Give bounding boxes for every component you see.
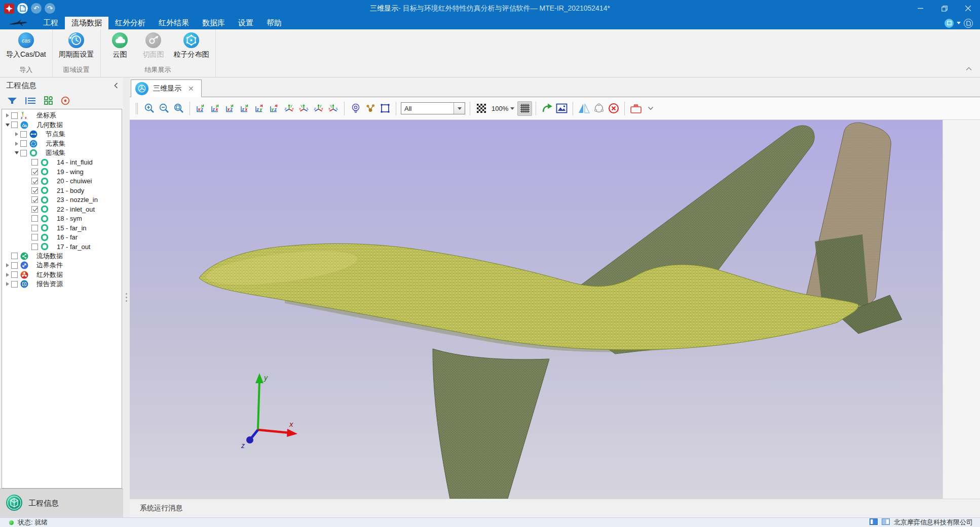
tree-row[interactable]: 边界条件	[2, 261, 122, 270]
tab-3d-display[interactable]: 三维显示 ✕	[131, 79, 202, 97]
tab-close-icon[interactable]: ✕	[188, 85, 194, 92]
box-select-button[interactable]	[378, 101, 392, 116]
zoom-fit-button[interactable]	[171, 101, 186, 116]
light-button[interactable]	[348, 101, 363, 116]
tree-checkbox[interactable]	[31, 225, 38, 231]
ribbon-collapse-icon[interactable]	[966, 64, 972, 73]
tree-label[interactable]: 21 - body	[57, 187, 84, 194]
redo-button[interactable]: ↷	[45, 3, 55, 14]
tree-checkbox[interactable]	[31, 215, 38, 222]
tree-expand-icon[interactable]	[4, 282, 11, 286]
toolbox-button[interactable]	[628, 101, 643, 116]
ribbon-button-cloud[interactable]: 云图	[107, 32, 133, 59]
tree-row[interactable]: 22 - inlet_out	[2, 205, 122, 214]
tree-label[interactable]: 几何数据	[36, 120, 63, 130]
tree-row[interactable]: 元素集	[2, 139, 122, 149]
tree-label[interactable]: 23 - nozzle_in	[57, 196, 98, 204]
tree-label[interactable]: 20 - chuiwei	[57, 177, 92, 185]
toolbar-drag-handle[interactable]	[136, 103, 138, 114]
lasso-button[interactable]	[591, 101, 606, 116]
tree-row[interactable]: 18 - sym	[2, 214, 122, 224]
zoom-out-button[interactable]	[157, 101, 171, 116]
tree-row[interactable]: Y z x坐标系	[2, 111, 122, 120]
export-arrow-button[interactable]	[540, 101, 554, 116]
tree-checkbox[interactable]	[20, 131, 27, 138]
tree-label[interactable]: 17 - far_out	[57, 243, 91, 251]
view-front-button[interactable]: x z y	[194, 101, 208, 116]
iso-1-button[interactable]: y x z	[282, 101, 296, 116]
tree-checkbox[interactable]	[31, 196, 38, 203]
filter-icon[interactable]	[7, 97, 17, 107]
viewport-3d[interactable]: x y z	[130, 120, 943, 499]
iso-4-button[interactable]: y x z	[326, 101, 341, 116]
mirror-button[interactable]	[577, 101, 591, 116]
tree-expand-icon[interactable]	[4, 124, 11, 127]
save-button[interactable]	[17, 3, 28, 14]
tree-row[interactable]: 16 - far	[2, 233, 122, 242]
tree-label[interactable]: 18 - sym	[57, 215, 82, 222]
tree-checkbox[interactable]	[31, 178, 38, 184]
chevron-down-button[interactable]	[643, 101, 658, 116]
help-about-button[interactable]	[964, 19, 973, 28]
tree-row[interactable]: 流场数据	[2, 252, 122, 261]
delete-button[interactable]	[606, 101, 621, 116]
tree-expand-icon[interactable]	[4, 113, 11, 117]
list-view-icon[interactable]	[25, 97, 36, 107]
menu-tab-2[interactable]: 红外分析	[108, 17, 152, 29]
zoom-level-dropdown[interactable]: 100%	[488, 105, 517, 112]
tree-label[interactable]: 红外数据	[36, 270, 63, 279]
tree-checkbox[interactable]	[20, 150, 27, 156]
panel-footer-button[interactable]: 工程信息	[0, 489, 123, 517]
tree-label[interactable]: 报告资源	[36, 279, 63, 289]
tree-checkbox[interactable]	[11, 253, 18, 259]
tree-label[interactable]: 坐标系	[36, 111, 56, 120]
tree-expand-icon[interactable]	[4, 263, 11, 267]
tree-label[interactable]: 流场数据	[36, 252, 63, 261]
undo-button[interactable]: ↶	[31, 3, 42, 14]
tree-row[interactable]: 17 - far_out	[2, 242, 122, 252]
iso-3-button[interactable]: y x z	[311, 101, 326, 116]
tree-checkbox[interactable]	[11, 271, 18, 278]
tree-row[interactable]: 23 - nozzle_in	[2, 195, 122, 205]
tree-row[interactable]: 面域集	[2, 148, 122, 158]
tree-row[interactable]: 15 - far_in	[2, 223, 122, 233]
menu-tab-5[interactable]: 设置	[232, 17, 260, 29]
zoom-in-button[interactable]	[142, 101, 157, 116]
tree-row[interactable]: 14 - int_fluid	[2, 158, 122, 168]
tree-row[interactable]: 21 - body	[2, 186, 122, 195]
tree-label[interactable]: 16 - far	[57, 233, 78, 241]
tree-label[interactable]: 面域集	[46, 148, 65, 157]
combobox-dropdown-icon[interactable]	[454, 103, 465, 114]
tree-checkbox[interactable]	[31, 206, 38, 213]
tree-label[interactable]: 14 - int_fluid	[57, 158, 93, 166]
ribbon-button-clock[interactable]: 周期面设置	[59, 32, 94, 59]
menu-tab-1[interactable]: 流场数据	[65, 17, 108, 29]
tree-row[interactable]: 20 - chuiwei	[2, 177, 122, 186]
window-toggle-icon[interactable]	[882, 518, 890, 526]
tree-label[interactable]: 15 - far_in	[57, 224, 87, 232]
display-filter-combobox[interactable]: All	[401, 102, 465, 114]
tree-expand-icon[interactable]	[13, 132, 20, 136]
snapshot-button[interactable]	[554, 101, 569, 116]
tree-label[interactable]: 元素集	[46, 139, 65, 148]
tree-checkbox[interactable]	[31, 169, 38, 175]
close-button[interactable]	[956, 0, 980, 17]
minimize-button[interactable]	[909, 0, 932, 17]
tree-label[interactable]: 22 - inlet_out	[57, 206, 95, 213]
style-dropdown-icon[interactable]	[957, 22, 961, 24]
ribbon-button-particle[interactable]: 粒子分布图	[174, 32, 209, 59]
tree-label[interactable]: 19 - wing	[57, 168, 84, 176]
view-right-button[interactable]: z x y	[238, 101, 252, 116]
tree-row[interactable]: 红外数据	[2, 270, 122, 280]
tree-row[interactable]: 19 - wing	[2, 167, 122, 177]
view-bottom-button[interactable]: y z x	[267, 101, 282, 116]
panel-splitter[interactable]	[123, 77, 130, 517]
tree-expand-icon[interactable]	[13, 142, 20, 146]
tree-expand-icon[interactable]	[4, 273, 11, 277]
grid-button[interactable]	[517, 101, 532, 116]
tree-checkbox[interactable]	[11, 281, 18, 288]
tree-checkbox[interactable]	[20, 140, 27, 147]
checkerboard-button[interactable]	[474, 101, 488, 116]
tree-checkbox[interactable]	[31, 159, 38, 166]
view-left-button[interactable]: x z y	[223, 101, 238, 116]
